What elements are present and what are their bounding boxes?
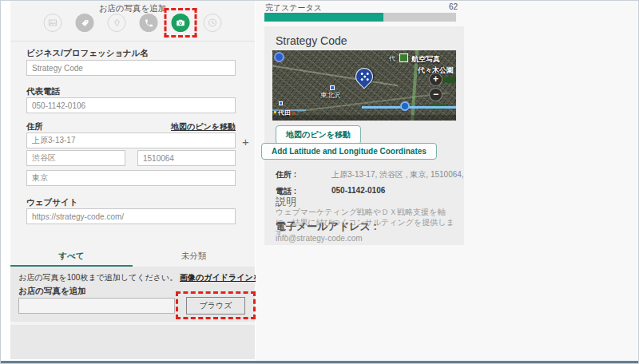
phone-icon <box>144 18 153 28</box>
photo-file-input[interactable] <box>18 298 175 314</box>
business-name-label: ビジネス/プロフェッショナル名 <box>26 48 149 59</box>
edit-panel: お店の写真を追加 <box>10 1 255 359</box>
card-icon <box>48 18 58 28</box>
map-road <box>297 92 448 112</box>
address-city-input[interactable] <box>26 150 125 166</box>
photo-upload-section: お店の写真を100枚まで追加してください。 画像のガイドラインを見る お店の写真… <box>10 267 255 322</box>
tab-all[interactable]: すべて <box>10 242 133 267</box>
map-label-station: 東北沢 <box>320 91 341 101</box>
bottom-strip <box>10 325 255 359</box>
completion-status-label: 完了ステータス <box>265 2 322 14</box>
aerial-layer-label[interactable]: 航空写真 <box>411 54 440 65</box>
preview-business-name: Strategy Code <box>276 34 347 47</box>
tab-uncategorized[interactable]: 未分類 <box>133 242 255 267</box>
progress-bar <box>264 13 456 22</box>
zoom-out-button[interactable]: − <box>429 88 443 101</box>
photo-add-label: お店の写真を追加 <box>18 286 86 297</box>
aerial-layer-icon[interactable] <box>399 53 408 62</box>
zoom-in-button[interactable]: + <box>429 73 443 86</box>
preview-address-value: 上原3-13-17, 渋谷区 , 東京, 1510064, <box>331 169 464 180</box>
tag-icon <box>80 18 89 28</box>
completion-status-value: 62 <box>449 2 458 11</box>
address-zip-input[interactable] <box>137 150 236 166</box>
photo-tabs: すべて 未分類 <box>10 242 255 267</box>
busstop-marker-icon <box>279 101 283 105</box>
phone-input[interactable] <box>26 97 236 113</box>
map-label-dai: 代 <box>389 54 395 63</box>
step-contact[interactable] <box>140 14 158 32</box>
preview-address-label: 住所 : <box>276 169 296 180</box>
map[interactable]: 代 航空写真 代々木公園 東北沢 代田 + − <box>272 50 456 121</box>
address-label: 住所 <box>26 121 43 133</box>
map-logo-icon <box>274 52 284 62</box>
progress-fill <box>264 13 383 22</box>
email-value: info@strategy-code.com <box>276 234 363 243</box>
phone-label: 代表電話 <box>26 86 60 97</box>
preview-phone-value: 050-1142-0106 <box>331 186 385 195</box>
step-icon-row <box>44 14 222 32</box>
divider <box>10 41 255 42</box>
address-line1-input[interactable] <box>26 133 236 148</box>
move-pin-link[interactable]: 地図のピンを移動 <box>171 121 236 133</box>
window-bottom-edge <box>1 361 638 363</box>
website-label: ウェブサイト <box>26 197 77 208</box>
step-hours[interactable] <box>204 14 222 32</box>
map-label-daita: 代田 <box>278 109 291 117</box>
map-road <box>272 64 398 87</box>
address-pref-input[interactable] <box>26 170 236 186</box>
highlight-box-browse <box>176 291 256 319</box>
panel-title: お店の写真を追加 <box>10 3 255 14</box>
preview-card: Strategy Code 代 航空写真 代々木公園 東北沢 代田 <box>264 26 464 245</box>
step-basic-info[interactable] <box>44 14 62 32</box>
step-category[interactable] <box>76 14 94 32</box>
email-heading: 電子メールアドレス : <box>276 220 377 234</box>
map-poi-dots <box>274 111 276 113</box>
highlight-box-camera <box>165 8 197 38</box>
add-address-line-button[interactable]: + <box>242 136 249 148</box>
business-name-input[interactable] <box>26 60 236 76</box>
clock-icon <box>208 18 218 28</box>
step-location[interactable] <box>108 14 126 32</box>
website-input[interactable] <box>26 208 236 224</box>
move-map-pin-button[interactable]: 地図のピンを移動 <box>276 125 361 144</box>
map-route-marker <box>400 101 410 111</box>
station-marker-icon <box>330 85 335 90</box>
preview-region: 完了ステータス 62 Strategy Code 代 航空写真 <box>256 1 639 362</box>
step-photos[interactable] <box>172 14 190 32</box>
map-pin-icon[interactable] <box>351 64 376 89</box>
app-window: お店の写真を追加 <box>0 0 639 364</box>
location-icon <box>112 18 121 28</box>
photo-hint: お店の写真を100枚まで追加してください。 画像のガイドラインを見る <box>18 272 277 283</box>
add-coordinates-button[interactable]: Add Latitude and Longitude Coordinates <box>261 143 437 160</box>
